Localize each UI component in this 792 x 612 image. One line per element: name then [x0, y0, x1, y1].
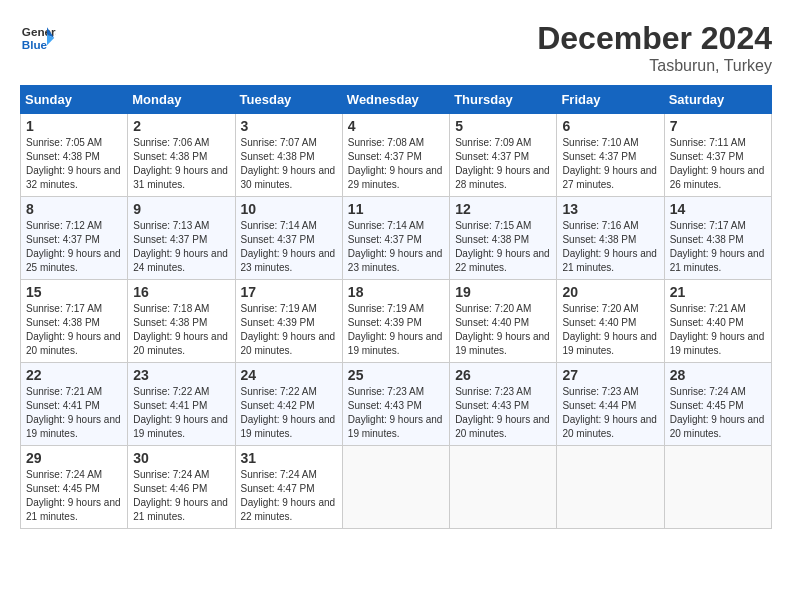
day-number: 18 — [348, 284, 444, 300]
day-number: 25 — [348, 367, 444, 383]
day-cell: 16Sunrise: 7:18 AMSunset: 4:38 PMDayligh… — [128, 280, 235, 363]
day-cell: 5Sunrise: 7:09 AMSunset: 4:37 PMDaylight… — [450, 114, 557, 197]
day-info: Sunrise: 7:17 AMSunset: 4:38 PMDaylight:… — [670, 219, 766, 275]
day-info: Sunrise: 7:14 AMSunset: 4:37 PMDaylight:… — [348, 219, 444, 275]
header-wednesday: Wednesday — [342, 86, 449, 114]
day-cell: 17Sunrise: 7:19 AMSunset: 4:39 PMDayligh… — [235, 280, 342, 363]
day-info: Sunrise: 7:19 AMSunset: 4:39 PMDaylight:… — [348, 302, 444, 358]
day-cell: 6Sunrise: 7:10 AMSunset: 4:37 PMDaylight… — [557, 114, 664, 197]
day-cell: 19Sunrise: 7:20 AMSunset: 4:40 PMDayligh… — [450, 280, 557, 363]
header-friday: Friday — [557, 86, 664, 114]
day-info: Sunrise: 7:14 AMSunset: 4:37 PMDaylight:… — [241, 219, 337, 275]
day-info: Sunrise: 7:05 AMSunset: 4:38 PMDaylight:… — [26, 136, 122, 192]
day-info: Sunrise: 7:17 AMSunset: 4:38 PMDaylight:… — [26, 302, 122, 358]
day-info: Sunrise: 7:06 AMSunset: 4:38 PMDaylight:… — [133, 136, 229, 192]
day-number: 26 — [455, 367, 551, 383]
page-header: General Blue December 2024 Tasburun, Tur… — [20, 20, 772, 75]
day-info: Sunrise: 7:21 AMSunset: 4:40 PMDaylight:… — [670, 302, 766, 358]
day-number: 11 — [348, 201, 444, 217]
day-info: Sunrise: 7:12 AMSunset: 4:37 PMDaylight:… — [26, 219, 122, 275]
day-cell: 7Sunrise: 7:11 AMSunset: 4:37 PMDaylight… — [664, 114, 771, 197]
week-row-3: 15Sunrise: 7:17 AMSunset: 4:38 PMDayligh… — [21, 280, 772, 363]
day-info: Sunrise: 7:11 AMSunset: 4:37 PMDaylight:… — [670, 136, 766, 192]
day-cell — [342, 446, 449, 529]
day-cell: 15Sunrise: 7:17 AMSunset: 4:38 PMDayligh… — [21, 280, 128, 363]
title-area: December 2024 Tasburun, Turkey — [537, 20, 772, 75]
day-cell: 13Sunrise: 7:16 AMSunset: 4:38 PMDayligh… — [557, 197, 664, 280]
logo-icon: General Blue — [20, 20, 56, 56]
day-number: 3 — [241, 118, 337, 134]
day-cell: 4Sunrise: 7:08 AMSunset: 4:37 PMDaylight… — [342, 114, 449, 197]
header-thursday: Thursday — [450, 86, 557, 114]
day-cell: 31Sunrise: 7:24 AMSunset: 4:47 PMDayligh… — [235, 446, 342, 529]
day-number: 17 — [241, 284, 337, 300]
day-number: 7 — [670, 118, 766, 134]
day-number: 22 — [26, 367, 122, 383]
day-info: Sunrise: 7:24 AMSunset: 4:45 PMDaylight:… — [26, 468, 122, 524]
header-tuesday: Tuesday — [235, 86, 342, 114]
day-number: 5 — [455, 118, 551, 134]
day-number: 13 — [562, 201, 658, 217]
day-number: 27 — [562, 367, 658, 383]
month-title: December 2024 — [537, 20, 772, 57]
day-number: 8 — [26, 201, 122, 217]
header-saturday: Saturday — [664, 86, 771, 114]
day-number: 4 — [348, 118, 444, 134]
day-cell: 21Sunrise: 7:21 AMSunset: 4:40 PMDayligh… — [664, 280, 771, 363]
day-info: Sunrise: 7:16 AMSunset: 4:38 PMDaylight:… — [562, 219, 658, 275]
day-info: Sunrise: 7:15 AMSunset: 4:38 PMDaylight:… — [455, 219, 551, 275]
day-number: 1 — [26, 118, 122, 134]
day-number: 15 — [26, 284, 122, 300]
day-cell: 24Sunrise: 7:22 AMSunset: 4:42 PMDayligh… — [235, 363, 342, 446]
day-cell: 25Sunrise: 7:23 AMSunset: 4:43 PMDayligh… — [342, 363, 449, 446]
day-info: Sunrise: 7:21 AMSunset: 4:41 PMDaylight:… — [26, 385, 122, 441]
calendar-table: SundayMondayTuesdayWednesdayThursdayFrid… — [20, 85, 772, 529]
day-cell: 27Sunrise: 7:23 AMSunset: 4:44 PMDayligh… — [557, 363, 664, 446]
day-info: Sunrise: 7:07 AMSunset: 4:38 PMDaylight:… — [241, 136, 337, 192]
day-cell: 8Sunrise: 7:12 AMSunset: 4:37 PMDaylight… — [21, 197, 128, 280]
day-cell: 14Sunrise: 7:17 AMSunset: 4:38 PMDayligh… — [664, 197, 771, 280]
day-number: 20 — [562, 284, 658, 300]
day-number: 10 — [241, 201, 337, 217]
day-cell: 20Sunrise: 7:20 AMSunset: 4:40 PMDayligh… — [557, 280, 664, 363]
day-info: Sunrise: 7:23 AMSunset: 4:43 PMDaylight:… — [348, 385, 444, 441]
week-row-2: 8Sunrise: 7:12 AMSunset: 4:37 PMDaylight… — [21, 197, 772, 280]
day-info: Sunrise: 7:08 AMSunset: 4:37 PMDaylight:… — [348, 136, 444, 192]
day-number: 19 — [455, 284, 551, 300]
day-info: Sunrise: 7:20 AMSunset: 4:40 PMDaylight:… — [562, 302, 658, 358]
day-number: 24 — [241, 367, 337, 383]
day-number: 6 — [562, 118, 658, 134]
day-info: Sunrise: 7:24 AMSunset: 4:47 PMDaylight:… — [241, 468, 337, 524]
day-number: 29 — [26, 450, 122, 466]
day-cell: 18Sunrise: 7:19 AMSunset: 4:39 PMDayligh… — [342, 280, 449, 363]
day-info: Sunrise: 7:09 AMSunset: 4:37 PMDaylight:… — [455, 136, 551, 192]
day-cell — [450, 446, 557, 529]
day-info: Sunrise: 7:22 AMSunset: 4:41 PMDaylight:… — [133, 385, 229, 441]
day-cell: 2Sunrise: 7:06 AMSunset: 4:38 PMDaylight… — [128, 114, 235, 197]
day-info: Sunrise: 7:19 AMSunset: 4:39 PMDaylight:… — [241, 302, 337, 358]
day-cell: 12Sunrise: 7:15 AMSunset: 4:38 PMDayligh… — [450, 197, 557, 280]
day-info: Sunrise: 7:20 AMSunset: 4:40 PMDaylight:… — [455, 302, 551, 358]
day-number: 16 — [133, 284, 229, 300]
day-cell: 23Sunrise: 7:22 AMSunset: 4:41 PMDayligh… — [128, 363, 235, 446]
day-info: Sunrise: 7:24 AMSunset: 4:46 PMDaylight:… — [133, 468, 229, 524]
day-number: 31 — [241, 450, 337, 466]
week-row-1: 1Sunrise: 7:05 AMSunset: 4:38 PMDaylight… — [21, 114, 772, 197]
day-number: 2 — [133, 118, 229, 134]
day-number: 30 — [133, 450, 229, 466]
header-monday: Monday — [128, 86, 235, 114]
day-cell: 22Sunrise: 7:21 AMSunset: 4:41 PMDayligh… — [21, 363, 128, 446]
day-info: Sunrise: 7:13 AMSunset: 4:37 PMDaylight:… — [133, 219, 229, 275]
day-cell — [664, 446, 771, 529]
day-cell: 26Sunrise: 7:23 AMSunset: 4:43 PMDayligh… — [450, 363, 557, 446]
day-info: Sunrise: 7:24 AMSunset: 4:45 PMDaylight:… — [670, 385, 766, 441]
day-info: Sunrise: 7:22 AMSunset: 4:42 PMDaylight:… — [241, 385, 337, 441]
day-cell — [557, 446, 664, 529]
day-cell: 29Sunrise: 7:24 AMSunset: 4:45 PMDayligh… — [21, 446, 128, 529]
day-cell: 3Sunrise: 7:07 AMSunset: 4:38 PMDaylight… — [235, 114, 342, 197]
week-row-5: 29Sunrise: 7:24 AMSunset: 4:45 PMDayligh… — [21, 446, 772, 529]
location-title: Tasburun, Turkey — [537, 57, 772, 75]
day-number: 28 — [670, 367, 766, 383]
day-cell: 28Sunrise: 7:24 AMSunset: 4:45 PMDayligh… — [664, 363, 771, 446]
day-number: 23 — [133, 367, 229, 383]
